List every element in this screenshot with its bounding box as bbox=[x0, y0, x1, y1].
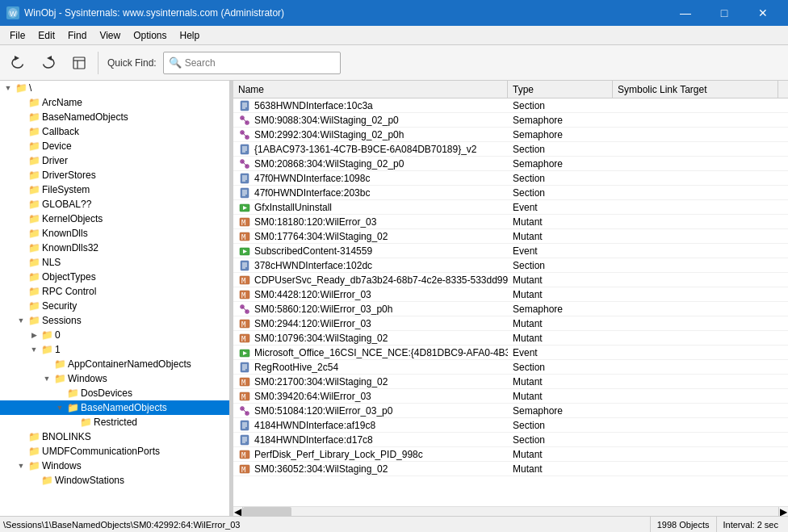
tree-item-knowndlls32[interactable]: 📁 KnownDlls32 bbox=[0, 241, 229, 255]
tree-item-bnolinks[interactable]: 📁 BNOLINKS bbox=[0, 429, 229, 444]
hscroll-left-arrow[interactable]: ◀ bbox=[233, 507, 243, 517]
menu-help[interactable]: Help bbox=[174, 28, 207, 43]
cell-type: Mutant bbox=[508, 463, 613, 475]
tree-item-driver[interactable]: 📁 Driver bbox=[0, 153, 229, 168]
table-row[interactable]: GfxInstallUninstall Event bbox=[233, 200, 788, 215]
table-row[interactable]: SM0:20868:304:WilStaging_02_p0 Semaphore bbox=[233, 157, 788, 171]
table-row[interactable]: 47f0HWNDInterface:1098c Section bbox=[233, 171, 788, 186]
folder-icon-appcontainer: 📁 bbox=[53, 358, 66, 370]
tree-item-winstations[interactable]: 📁 WindowStations bbox=[0, 473, 229, 488]
table-row[interactable]: M SM0:21700:304:WilStaging_02 Mutant bbox=[233, 375, 788, 389]
tree-toggle-knowndlls32 bbox=[15, 241, 27, 254]
folder-icon-winstations: 📁 bbox=[40, 475, 53, 486]
search-box[interactable]: 🔍 bbox=[163, 52, 341, 74]
cell-type: Semaphore bbox=[508, 129, 613, 140]
list-hscroll[interactable]: ◀ ▶ bbox=[233, 506, 788, 516]
cell-name-text: SM0:5860:120:WilError_03_p0h bbox=[254, 304, 392, 315]
menu-edit[interactable]: Edit bbox=[31, 28, 61, 43]
table-row[interactable]: {1ABAC973-1361-4C7B-B9CE-6A084DB70189}_v… bbox=[233, 142, 788, 157]
cell-type: Semaphore bbox=[508, 115, 613, 126]
table-row[interactable]: M SM0:36052:304:WilStaging_02 Mutant bbox=[233, 462, 788, 476]
table-row[interactable]: M SM0:4428:120:WilError_03 Mutant bbox=[233, 287, 788, 302]
table-row[interactable]: M SM0:39420:64:WilError_03 Mutant bbox=[233, 389, 788, 404]
tree-item-kernelobjs[interactable]: 📁 KernelObjects bbox=[0, 212, 229, 226]
title-bar-left: W WinObj - Sysinternals: www.sysinternal… bbox=[6, 6, 284, 19]
table-row[interactable]: RegRootHive_2c54 Section bbox=[233, 360, 788, 375]
tree-item-arcname[interactable]: 📁 ArcName bbox=[0, 95, 229, 110]
table-row[interactable]: 47f0HWNDInterface:203bc Section bbox=[233, 186, 788, 200]
svg-line-55 bbox=[242, 307, 247, 312]
tree-item-nls[interactable]: 📁 NLS bbox=[0, 255, 229, 270]
tree-item-s0[interactable]: ▶ 📁 0 bbox=[0, 328, 229, 342]
cell-name-text: SM0:18180:120:WilError_03 bbox=[254, 216, 376, 228]
table-row[interactable]: 4184HWNDInterface:d17c8 Section bbox=[233, 433, 788, 447]
tree-item-security[interactable]: 📁 Security bbox=[0, 299, 229, 313]
section-icon bbox=[238, 100, 251, 111]
tree-item-objtypes[interactable]: 📁 ObjectTypes bbox=[0, 270, 229, 284]
tree-item-device[interactable]: 📁 Device bbox=[0, 139, 229, 153]
tree-item-dosdevices[interactable]: 📁 DosDevices bbox=[0, 386, 229, 400]
tree-item-knowndlls[interactable]: 📁 KnownDlls bbox=[0, 226, 229, 241]
table-row[interactable]: M SM0:10796:304:WilStaging_02 Mutant bbox=[233, 331, 788, 346]
refresh-back-button[interactable] bbox=[3, 48, 32, 77]
menu-file[interactable]: File bbox=[3, 28, 31, 43]
tree-item-root[interactable]: ▼ 📁 \ bbox=[0, 81, 229, 95]
hscroll-right-arrow[interactable]: ▶ bbox=[778, 507, 788, 517]
search-input[interactable] bbox=[185, 57, 335, 69]
close-button[interactable]: ✕ bbox=[744, 0, 782, 26]
table-row[interactable]: 378cHWNDInterface:102dc Section bbox=[233, 258, 788, 273]
col-header-symlink[interactable]: Symbolic Link Target bbox=[613, 81, 778, 98]
cell-name-text: SubscribedContent-314559 bbox=[254, 245, 372, 257]
tree-item-basenamedobj2[interactable]: ▼ 📁 BaseNamedObjects bbox=[0, 400, 229, 415]
tree-item-windows2[interactable]: ▼ 📁 Windows bbox=[0, 459, 229, 473]
table-row[interactable]: SubscribedContent-314559 Event bbox=[233, 244, 788, 258]
event-icon bbox=[238, 202, 251, 213]
tree-item-global[interactable]: 📁 GLOBAL?? bbox=[0, 197, 229, 212]
tree-label-kernelobjs: KernelObjects bbox=[40, 213, 103, 224]
title-bar: W WinObj - Sysinternals: www.sysinternal… bbox=[0, 0, 788, 26]
table-row[interactable]: M SM0:17764:304:WilStaging_02 Mutant bbox=[233, 229, 788, 244]
cell-type: Mutant bbox=[508, 376, 613, 387]
hscroll-track[interactable] bbox=[243, 507, 778, 517]
cell-type: Mutant bbox=[508, 449, 613, 460]
tree-toggle-device bbox=[15, 140, 27, 153]
table-row[interactable]: M PerfDisk_Perf_Library_Lock_PID_998c Mu… bbox=[233, 447, 788, 462]
tree-item-windows-s1[interactable]: ▼ 📁 Windows bbox=[0, 371, 229, 386]
tree-item-sessions[interactable]: ▼ 📁 Sessions bbox=[0, 313, 229, 328]
list-scroll[interactable]: 5638HWNDInterface:10c3a Section SM0:9088… bbox=[233, 98, 788, 506]
table-row[interactable]: 4184HWNDInterface:af19c8 Section bbox=[233, 418, 788, 433]
tree-item-basenamedobj[interactable]: 📁 BaseNamedObjects bbox=[0, 110, 229, 124]
tree-item-callback[interactable]: 📁 Callback bbox=[0, 124, 229, 139]
col-header-type[interactable]: Type bbox=[508, 81, 613, 98]
menu-view[interactable]: View bbox=[93, 28, 127, 43]
table-row[interactable]: M SM0:18180:120:WilError_03 Mutant bbox=[233, 215, 788, 229]
minimize-button[interactable]: — bbox=[667, 0, 704, 26]
col-header-name[interactable]: Name bbox=[233, 81, 508, 98]
table-row[interactable]: M SM0:2944:120:WilError_03 Mutant bbox=[233, 316, 788, 331]
table-row[interactable]: SM0:9088:304:WilStaging_02_p0 Semaphore bbox=[233, 113, 788, 128]
table-row[interactable]: M CDPUserSvc_Ready_db7a3b24-68b7-4c2e-83… bbox=[233, 273, 788, 287]
tree-item-filesystem[interactable]: 📁 FileSystem bbox=[0, 182, 229, 197]
maximize-button[interactable]: □ bbox=[706, 0, 743, 26]
table-row[interactable]: SM0:51084:120:WilError_03_p0 Semaphore bbox=[233, 404, 788, 418]
tree-toggle-objtypes bbox=[15, 270, 27, 283]
table-row[interactable]: 5638HWNDInterface:10c3a Section bbox=[233, 98, 788, 113]
tree-toggle-sessions: ▼ bbox=[15, 314, 27, 327]
tree-item-restricted[interactable]: 📁 Restricted bbox=[0, 415, 229, 429]
table-row[interactable]: SM0:2992:304:WilStaging_02_p0h Semaphore bbox=[233, 128, 788, 142]
table-row[interactable]: SM0:5860:120:WilError_03_p0h Semaphore bbox=[233, 302, 788, 316]
menu-find[interactable]: Find bbox=[61, 28, 93, 43]
tree-item-rpccontrol[interactable]: 📁 RPC Control bbox=[0, 284, 229, 299]
tree-item-umdf[interactable]: 📁 UMDFCommunicationPorts bbox=[0, 444, 229, 459]
tree-item-s1[interactable]: ▼ 📁 1 bbox=[0, 342, 229, 357]
table-row[interactable]: Microsoft_Office_16CSI_NCE_NCE:{4D81DBC9… bbox=[233, 346, 788, 360]
tree-item-appcontainer[interactable]: 📁 AppContainerNamedObjects bbox=[0, 357, 229, 371]
tree-label-basenamedobj2: BaseNamedObjects bbox=[79, 402, 167, 413]
object-view-button[interactable] bbox=[65, 48, 94, 77]
refresh-fwd-button[interactable] bbox=[34, 48, 63, 77]
cell-name-text: 378cHWNDInterface:102dc bbox=[254, 260, 372, 271]
cell-type: Section bbox=[508, 100, 613, 111]
tree-item-driverstores[interactable]: 📁 DriverStores bbox=[0, 168, 229, 182]
menu-options[interactable]: Options bbox=[127, 28, 173, 43]
cell-type: Mutant bbox=[508, 333, 613, 344]
